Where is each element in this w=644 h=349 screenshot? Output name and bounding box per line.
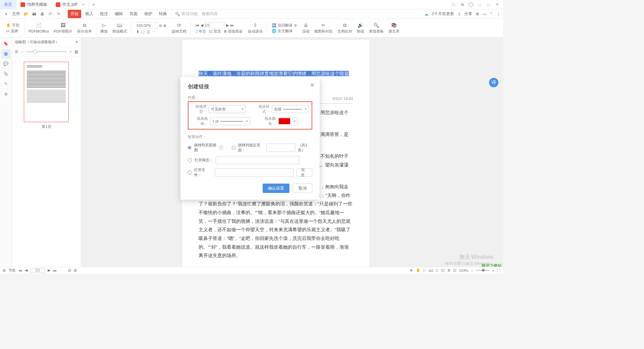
menu-icon[interactable]: ≡: [3, 11, 9, 17]
status-first-icon[interactable]: ⏮: [18, 268, 22, 272]
goto-page-input[interactable]: [266, 144, 295, 152]
update-label[interactable]: 2个月前更新: [432, 11, 454, 17]
tab-template[interactable]: 找稻壳模板: [16, 0, 52, 9]
status-zoom-out-icon[interactable]: −: [471, 268, 473, 272]
zoom-out-icon[interactable]: ⊖: [159, 23, 162, 28]
signature-icon[interactable]: ✎: [1, 79, 11, 89]
menu-tab-insert[interactable]: 插入: [83, 10, 96, 18]
status-grid-icon[interactable]: ⊞: [3, 268, 6, 272]
word-translate[interactable]: 🔤划词翻译⊘: [272, 23, 297, 28]
menu-tab-convert[interactable]: 转换: [156, 10, 170, 18]
next-page-icon[interactable]: ▶: [226, 23, 229, 28]
rotate-document[interactable]: ⟳旋转文档: [170, 22, 189, 34]
share-label[interactable]: 分享: [464, 11, 472, 17]
status-zoom-in-icon[interactable]: +: [492, 268, 494, 272]
thumb-grid-icon[interactable]: ▦: [74, 49, 78, 54]
status-last-icon[interactable]: ⏭: [53, 268, 57, 272]
status-zoom-label[interactable]: 103%: [459, 268, 468, 272]
play-button[interactable]: ▷播放: [98, 22, 110, 34]
status-fullscreen-icon[interactable]: ⛶: [497, 268, 500, 272]
select-tool[interactable]: ▭选择: [6, 29, 18, 34]
search-library[interactable]: 📚搜文库: [386, 22, 401, 34]
search-input[interactable]: 🔍 查找功能、搜索内容: [175, 11, 235, 17]
comment-icon[interactable]: 💬: [1, 59, 11, 68]
minimize-button[interactable]: —: [476, 1, 484, 8]
thumb-zoom-slider[interactable]: [26, 51, 67, 52]
zoom-value[interactable]: 103.02%: [136, 22, 158, 29]
menu-tab-page[interactable]: 页面: [127, 10, 140, 18]
new-tab-button[interactable]: +: [89, 2, 98, 8]
confirm-button[interactable]: 确认设置: [263, 184, 289, 193]
file-menu[interactable]: 文件: [11, 11, 21, 17]
pdf-to-image[interactable]: 🖼PDF转图片: [52, 22, 74, 34]
close-window-button[interactable]: ✕: [493, 1, 501, 8]
open-url-input[interactable]: [216, 156, 300, 164]
print-icon[interactable]: 🖶: [39, 11, 46, 17]
line-style-select[interactable]: 实线 ▾: [272, 105, 309, 113]
maximize-button[interactable]: □: [484, 1, 492, 8]
status-prev-icon[interactable]: ◀: [25, 268, 28, 272]
actual-size-icon[interactable]: ◫: [147, 30, 150, 34]
compress[interactable]: ⇊压缩: [300, 22, 312, 34]
layout-icon[interactable]: ▢: [449, 1, 458, 8]
status-double-icon[interactable]: ▯▯: [441, 268, 445, 272]
line-width-select[interactable]: 1 pt ▾: [210, 117, 250, 125]
zoom-more-icon[interactable]: ⋯: [152, 30, 156, 34]
status-cont-icon[interactable]: ≣: [447, 268, 450, 272]
last-page-icon[interactable]: ⏭: [230, 23, 234, 27]
status-page-input[interactable]: 1/1: [30, 268, 45, 273]
status-zoom-slider[interactable]: [476, 270, 489, 271]
full-translate[interactable]: 🌐全文翻译: [272, 29, 292, 34]
find-replace[interactable]: 🔍查找替换: [367, 22, 386, 34]
floating-translate-button[interactable]: 译: [489, 78, 498, 87]
thumbnail-icon[interactable]: ▦: [1, 49, 11, 58]
text-compare[interactable]: ⧉文档比对: [335, 22, 354, 34]
link-type-select[interactable]: 可见矩形 ▾: [209, 105, 246, 113]
close-panel-icon[interactable]: ✕: [75, 40, 78, 44]
share-icon[interactable]: ⇪: [458, 12, 461, 16]
hand-tool[interactable]: ✋手型: [6, 23, 19, 28]
status-book-icon[interactable]: 📖: [429, 268, 433, 272]
auto-scroll[interactable]: ⇩自动滚动: [246, 22, 265, 34]
apps-icon[interactable]: ⊞: [458, 1, 466, 8]
redo-icon[interactable]: ↷: [55, 11, 62, 17]
menu-tab-edit[interactable]: 编辑: [112, 10, 125, 18]
status-eye-icon[interactable]: 👁: [410, 268, 413, 272]
menu-tab-protect[interactable]: 保护: [142, 10, 155, 18]
radio-open-file[interactable]: [188, 170, 192, 174]
bookmark-icon[interactable]: 🔖: [1, 39, 11, 48]
split-merge[interactable]: ⧉拆分合并: [75, 22, 94, 34]
collapse-ribbon-icon[interactable]: ⌃: [490, 12, 493, 16]
undo-icon[interactable]: ↶: [47, 11, 54, 17]
continuous-read[interactable]: ≣ 连续阅读: [224, 29, 243, 34]
translate-toggle-icon[interactable]: ⊘: [294, 23, 297, 28]
read-mode[interactable]: 📖阅读模式: [110, 22, 129, 34]
double-page[interactable]: ▯▯ 双页: [209, 29, 221, 34]
window-mode-icon[interactable]: ▭: [483, 12, 486, 16]
status-play-icon[interactable]: ▷: [423, 268, 426, 272]
settings-icon[interactable]: ⚙: [476, 12, 479, 16]
radio-goto-view[interactable]: [188, 146, 192, 150]
menu-tab-start[interactable]: 开始: [68, 10, 81, 18]
help-icon[interactable]: ?: [219, 145, 223, 150]
zoom-in-icon[interactable]: ⊕: [163, 23, 166, 28]
status-hand-icon[interactable]: ✋: [416, 268, 421, 272]
save-icon[interactable]: 🖬: [31, 11, 38, 17]
layers-icon[interactable]: ≣: [1, 89, 11, 99]
browse-button[interactable]: 浏览: [297, 168, 312, 177]
user-icon[interactable]: [467, 1, 475, 8]
page-indicator[interactable]: 1/1: [205, 22, 225, 28]
fit-width-icon[interactable]: ⬍: [136, 30, 139, 34]
screenshot-compare[interactable]: ✂截图和对比: [312, 22, 335, 34]
cloud-icon[interactable]: ☁: [424, 12, 428, 16]
status-single-icon[interactable]: ▯: [436, 268, 438, 272]
tab-home[interactable]: 首页: [0, 0, 16, 9]
status-fit-icon[interactable]: ⊡: [453, 268, 456, 272]
status-expand-icon[interactable]: ⊞: [74, 268, 77, 272]
open-file-input[interactable]: [215, 168, 294, 177]
cancel-button[interactable]: 取消: [293, 184, 312, 193]
first-page-icon[interactable]: ⏮: [196, 23, 199, 27]
more-icon[interactable]: ⋮: [496, 12, 500, 16]
read-aloud[interactable]: 🔊朗读: [355, 22, 366, 34]
radio-goto-page[interactable]: [232, 146, 235, 150]
